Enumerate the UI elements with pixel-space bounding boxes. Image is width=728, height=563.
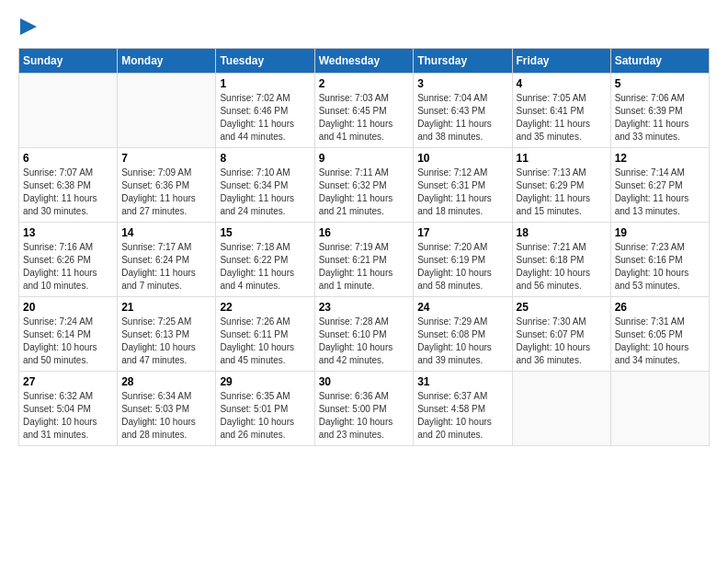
calendar-cell: 25Sunrise: 7:30 AM Sunset: 6:07 PM Dayli… — [512, 297, 610, 372]
calendar-cell: 5Sunrise: 7:06 AM Sunset: 6:39 PM Daylig… — [610, 74, 709, 148]
day-number: 5 — [615, 77, 705, 90]
calendar-cell — [512, 372, 610, 446]
day-info: Sunrise: 7:10 AM Sunset: 6:34 PM Dayligh… — [220, 167, 310, 218]
calendar-week-4: 20Sunrise: 7:24 AM Sunset: 6:14 PM Dayli… — [19, 297, 710, 372]
col-header-thursday: Thursday — [414, 49, 512, 74]
day-info: Sunrise: 7:26 AM Sunset: 6:11 PM Dayligh… — [220, 316, 310, 367]
day-number: 19 — [615, 226, 705, 239]
day-info: Sunrise: 7:23 AM Sunset: 6:16 PM Dayligh… — [615, 241, 705, 293]
calendar-cell: 24Sunrise: 7:29 AM Sunset: 6:08 PM Dayli… — [414, 297, 512, 372]
calendar-cell: 21Sunrise: 7:25 AM Sunset: 6:13 PM Dayli… — [118, 297, 216, 372]
day-info: Sunrise: 7:12 AM Sunset: 6:31 PM Dayligh… — [417, 167, 507, 218]
calendar-cell: 17Sunrise: 7:20 AM Sunset: 6:19 PM Dayli… — [414, 223, 512, 297]
day-info: Sunrise: 6:35 AM Sunset: 5:01 PM Dayligh… — [220, 390, 310, 442]
calendar-cell: 27Sunrise: 6:32 AM Sunset: 5:04 PM Dayli… — [19, 372, 118, 446]
calendar-cell: 9Sunrise: 7:11 AM Sunset: 6:32 PM Daylig… — [314, 148, 414, 223]
day-number: 15 — [220, 226, 310, 239]
calendar-cell: 31Sunrise: 6:37 AM Sunset: 4:58 PM Dayli… — [414, 372, 512, 446]
header — [18, 18, 710, 39]
day-info: Sunrise: 7:04 AM Sunset: 6:43 PM Dayligh… — [417, 92, 507, 144]
col-header-monday: Monday — [118, 49, 216, 74]
day-number: 26 — [615, 301, 705, 314]
day-info: Sunrise: 7:05 AM Sunset: 6:41 PM Dayligh… — [517, 92, 607, 144]
day-info: Sunrise: 7:07 AM Sunset: 6:38 PM Dayligh… — [23, 167, 113, 218]
day-info: Sunrise: 7:20 AM Sunset: 6:19 PM Dayligh… — [417, 241, 507, 293]
day-info: Sunrise: 7:14 AM Sunset: 6:27 PM Dayligh… — [615, 167, 705, 218]
calendar-cell: 10Sunrise: 7:12 AM Sunset: 6:31 PM Dayli… — [414, 148, 512, 223]
day-number: 23 — [319, 301, 410, 314]
calendar-cell: 11Sunrise: 7:13 AM Sunset: 6:29 PM Dayli… — [512, 148, 610, 223]
calendar-cell — [19, 74, 118, 148]
day-number: 16 — [319, 226, 410, 239]
calendar-cell: 28Sunrise: 6:34 AM Sunset: 5:03 PM Dayli… — [118, 372, 216, 446]
calendar-cell: 26Sunrise: 7:31 AM Sunset: 6:05 PM Dayli… — [610, 297, 709, 372]
calendar: SundayMondayTuesdayWednesdayThursdayFrid… — [18, 48, 710, 446]
calendar-cell: 18Sunrise: 7:21 AM Sunset: 6:18 PM Dayli… — [512, 223, 610, 297]
calendar-cell: 6Sunrise: 7:07 AM Sunset: 6:38 PM Daylig… — [19, 148, 118, 223]
calendar-cell: 8Sunrise: 7:10 AM Sunset: 6:34 PM Daylig… — [216, 148, 314, 223]
calendar-cell: 19Sunrise: 7:23 AM Sunset: 6:16 PM Dayli… — [610, 223, 709, 297]
day-info: Sunrise: 7:03 AM Sunset: 6:45 PM Dayligh… — [319, 92, 410, 144]
day-info: Sunrise: 6:32 AM Sunset: 5:04 PM Dayligh… — [23, 390, 113, 442]
day-number: 11 — [517, 152, 607, 165]
day-number: 14 — [121, 226, 211, 239]
day-number: 6 — [23, 152, 113, 165]
calendar-cell — [610, 372, 709, 446]
day-number: 22 — [220, 301, 310, 314]
calendar-week-1: 1Sunrise: 7:02 AM Sunset: 6:46 PM Daylig… — [19, 74, 710, 148]
col-header-saturday: Saturday — [610, 49, 709, 74]
calendar-cell: 30Sunrise: 6:36 AM Sunset: 5:00 PM Dayli… — [314, 372, 414, 446]
day-number: 10 — [417, 152, 507, 165]
day-info: Sunrise: 7:29 AM Sunset: 6:08 PM Dayligh… — [417, 316, 507, 367]
calendar-cell: 12Sunrise: 7:14 AM Sunset: 6:27 PM Dayli… — [610, 148, 709, 223]
col-header-tuesday: Tuesday — [216, 49, 314, 74]
day-info: Sunrise: 7:31 AM Sunset: 6:05 PM Dayligh… — [615, 316, 705, 367]
day-number: 9 — [319, 152, 410, 165]
day-number: 1 — [220, 77, 310, 90]
calendar-cell: 20Sunrise: 7:24 AM Sunset: 6:14 PM Dayli… — [19, 297, 118, 372]
calendar-cell: 4Sunrise: 7:05 AM Sunset: 6:41 PM Daylig… — [512, 74, 610, 148]
day-info: Sunrise: 7:02 AM Sunset: 6:46 PM Dayligh… — [220, 92, 310, 144]
calendar-cell: 16Sunrise: 7:19 AM Sunset: 6:21 PM Dayli… — [314, 223, 414, 297]
calendar-cell: 2Sunrise: 7:03 AM Sunset: 6:45 PM Daylig… — [314, 74, 414, 148]
calendar-cell: 29Sunrise: 6:35 AM Sunset: 5:01 PM Dayli… — [216, 372, 314, 446]
calendar-week-5: 27Sunrise: 6:32 AM Sunset: 5:04 PM Dayli… — [19, 372, 710, 446]
day-number: 20 — [23, 301, 113, 314]
day-info: Sunrise: 7:16 AM Sunset: 6:26 PM Dayligh… — [23, 241, 113, 293]
day-info: Sunrise: 7:19 AM Sunset: 6:21 PM Dayligh… — [319, 241, 410, 293]
logo-arrow-icon — [20, 18, 37, 35]
day-number: 18 — [517, 226, 607, 239]
day-info: Sunrise: 7:06 AM Sunset: 6:39 PM Dayligh… — [615, 92, 705, 144]
day-number: 12 — [615, 152, 705, 165]
day-number: 28 — [121, 375, 211, 388]
day-number: 25 — [517, 301, 607, 314]
day-number: 4 — [517, 77, 607, 90]
col-header-sunday: Sunday — [19, 49, 118, 74]
calendar-cell: 15Sunrise: 7:18 AM Sunset: 6:22 PM Dayli… — [216, 223, 314, 297]
day-number: 7 — [121, 152, 211, 165]
day-info: Sunrise: 7:30 AM Sunset: 6:07 PM Dayligh… — [517, 316, 607, 367]
day-number: 8 — [220, 152, 310, 165]
calendar-cell: 23Sunrise: 7:28 AM Sunset: 6:10 PM Dayli… — [314, 297, 414, 372]
svg-marker-0 — [20, 18, 37, 35]
day-number: 29 — [220, 375, 310, 388]
day-number: 30 — [319, 375, 410, 388]
calendar-cell: 22Sunrise: 7:26 AM Sunset: 6:11 PM Dayli… — [216, 297, 314, 372]
day-info: Sunrise: 7:09 AM Sunset: 6:36 PM Dayligh… — [121, 167, 211, 218]
day-info: Sunrise: 7:25 AM Sunset: 6:13 PM Dayligh… — [121, 316, 211, 367]
day-info: Sunrise: 6:34 AM Sunset: 5:03 PM Dayligh… — [121, 390, 211, 442]
day-info: Sunrise: 7:24 AM Sunset: 6:14 PM Dayligh… — [23, 316, 113, 367]
day-number: 2 — [319, 77, 410, 90]
calendar-cell: 3Sunrise: 7:04 AM Sunset: 6:43 PM Daylig… — [414, 74, 512, 148]
col-header-friday: Friday — [512, 49, 610, 74]
logo — [18, 18, 37, 39]
day-number: 27 — [23, 375, 113, 388]
day-info: Sunrise: 7:11 AM Sunset: 6:32 PM Dayligh… — [319, 167, 410, 218]
day-info: Sunrise: 6:37 AM Sunset: 4:58 PM Dayligh… — [417, 390, 507, 442]
calendar-cell: 7Sunrise: 7:09 AM Sunset: 6:36 PM Daylig… — [118, 148, 216, 223]
calendar-week-2: 6Sunrise: 7:07 AM Sunset: 6:38 PM Daylig… — [19, 148, 710, 223]
day-number: 24 — [417, 301, 507, 314]
day-info: Sunrise: 7:18 AM Sunset: 6:22 PM Dayligh… — [220, 241, 310, 293]
calendar-week-3: 13Sunrise: 7:16 AM Sunset: 6:26 PM Dayli… — [19, 223, 710, 297]
day-number: 17 — [417, 226, 507, 239]
